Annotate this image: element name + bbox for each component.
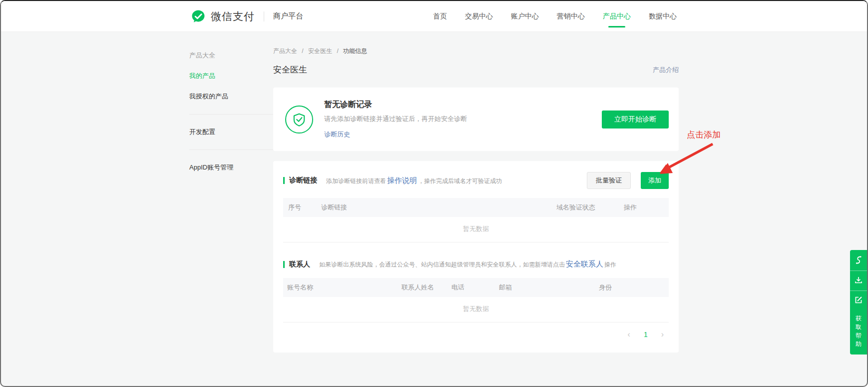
col-email: 邮箱: [499, 283, 599, 292]
contacts-desc: 如果诊断出系统风险，会通过公众号、站内信通知超级管理员和安全联系人，如需新增请点…: [319, 260, 616, 269]
diagnosis-empty-subtitle: 请先添加诊断链接并通过验证后，再开始安全诊断: [324, 114, 467, 124]
contacts-header: 联系人 如果诊断出系统风险，会通过公众号、站内信通知超级管理员和安全联系人，如需…: [283, 260, 669, 269]
main-nav: 首页 交易中心 账户中心 营销中心 产品中心 数据中心: [433, 1, 677, 32]
col-serial: 序号: [283, 203, 321, 212]
diagnosis-history-link[interactable]: 诊断历史: [324, 130, 350, 139]
nav-product-center[interactable]: 产品中心: [603, 1, 631, 32]
feedback-icon[interactable]: [850, 290, 867, 310]
page-title: 安全医生: [273, 64, 307, 76]
col-link: 诊断链接: [321, 203, 556, 212]
diagnosis-links-table: 序号 诊断链接 域名验证状态 操作 暂无数据: [283, 198, 669, 242]
col-domain-status: 域名验证状态: [556, 203, 624, 212]
breadcrumb-separator: /: [302, 48, 303, 54]
breadcrumb-separator: /: [337, 48, 338, 54]
diagnosis-card: 暂无诊断记录 请先添加诊断链接并通过验证后，再开始安全诊断 诊断历史 立即开始诊…: [273, 88, 679, 151]
page-body: 产品大全 我的产品 我授权的产品 开发配置 AppID账号管理 产品大全 / 安…: [1, 32, 867, 352]
breadcrumb-all-products[interactable]: 产品大全: [273, 48, 297, 54]
product-intro-link[interactable]: 产品介绍: [653, 66, 679, 74]
section-accent-bar: [283, 261, 285, 268]
pagination-current-page[interactable]: 1: [644, 330, 648, 338]
sidebar-divider: [189, 150, 273, 150]
topbar: 微信支付 商户平台 首页 交易中心 账户中心 营销中心 产品中心 数据中心: [1, 1, 867, 32]
contacts-table-header: 账号名称 联系人姓名 电话 邮箱 身份: [283, 278, 669, 297]
diagnosis-links-title: 诊断链接: [289, 176, 317, 185]
diagnosis-card-text: 暂无诊断记录 请先添加诊断链接并通过验证后，再开始安全诊断 诊断历史: [324, 100, 467, 139]
sidebar: 产品大全 我的产品 我授权的产品 开发配置 AppID账号管理: [189, 32, 273, 352]
sidebar-divider: [189, 114, 273, 114]
pagination-prev-icon[interactable]: ‹: [628, 330, 630, 338]
batch-verify-button[interactable]: 批量验证: [587, 172, 631, 189]
detail-card: 诊断链接 添加诊断链接前请查看操作说明，操作完成后域名才可验证成功 批量验证 添…: [273, 161, 679, 352]
add-link-button[interactable]: 添加: [641, 172, 669, 189]
pagination-next-icon[interactable]: ›: [661, 330, 664, 338]
nav-data-center[interactable]: 数据中心: [649, 1, 677, 32]
brand: 微信支付 商户平台: [191, 9, 303, 24]
breadcrumb-security-doctor[interactable]: 安全医生: [308, 48, 332, 54]
breadcrumb-feature-info: 功能信息: [343, 48, 367, 54]
contacts-title: 联系人: [289, 260, 310, 269]
title-row: 安全医生 产品介绍: [273, 64, 679, 76]
nav-transaction-center[interactable]: 交易中心: [465, 1, 493, 32]
wechat-pay-logo-icon: [191, 9, 206, 24]
desc-prefix: 如果诊断出系统风险，会通过公众号、站内信通知超级管理员和安全联系人，如需新增请点…: [319, 261, 565, 268]
col-phone: 电话: [451, 283, 499, 292]
security-contact-link[interactable]: 安全联系人: [566, 260, 603, 268]
col-account-name: 账号名称: [283, 283, 402, 292]
section-accent-bar: [283, 177, 285, 184]
col-action: 操作: [624, 203, 669, 212]
links-table-empty: 暂无数据: [283, 217, 669, 242]
contacts-table-empty: 暂无数据: [283, 297, 669, 322]
nav-account-center[interactable]: 账户中心: [511, 1, 539, 32]
portal-label: 商户平台: [273, 12, 303, 21]
desc-suffix: 操作: [604, 261, 616, 268]
desc-suffix: ，操作完成后域名才可验证成功: [418, 178, 502, 184]
col-contact-name: 联系人姓名: [402, 283, 451, 292]
download-icon[interactable]: [850, 270, 867, 290]
col-identity: 身份: [599, 283, 669, 292]
brand-divider: [264, 12, 264, 22]
breadcrumb: 产品大全 / 安全医生 / 功能信息: [273, 47, 679, 56]
get-help-button[interactable]: 获取帮助: [855, 314, 862, 348]
contacts-table: 账号名称 联系人姓名 电话 邮箱 身份 暂无数据: [283, 278, 669, 322]
brand-name: 微信支付: [211, 10, 255, 24]
shield-check-icon: [285, 106, 313, 134]
help-floatbar: 获取帮助: [850, 250, 867, 354]
links-header-buttons: 批量验证 添加: [587, 172, 669, 189]
sidebar-item-my-products[interactable]: 我的产品: [189, 72, 273, 80]
diagnosis-empty-title: 暂无诊断记录: [324, 100, 467, 110]
main-content: 产品大全 / 安全医生 / 功能信息 安全医生 产品介绍 暂: [273, 32, 679, 352]
sidebar-item-all-products[interactable]: 产品大全: [189, 51, 273, 60]
operation-guide-link[interactable]: 操作说明: [387, 176, 417, 184]
sidebar-item-appid-management[interactable]: AppID账号管理: [189, 163, 273, 172]
sidebar-item-authorized-products[interactable]: 我授权的产品: [189, 92, 273, 101]
app-window: 微信支付 商户平台 首页 交易中心 账户中心 营销中心 产品中心 数据中心 产品…: [0, 0, 868, 387]
hotline-icon[interactable]: [850, 251, 867, 270]
nav-home[interactable]: 首页: [433, 1, 447, 32]
desc-prefix: 添加诊断链接前请查看: [326, 178, 386, 184]
diagnosis-links-desc: 添加诊断链接前请查看操作说明，操作完成后域名才可验证成功: [326, 176, 502, 186]
diagnosis-links-header: 诊断链接 添加诊断链接前请查看操作说明，操作完成后域名才可验证成功 批量验证 添…: [283, 172, 669, 189]
nav-marketing-center[interactable]: 营销中心: [557, 1, 585, 32]
start-diagnosis-button[interactable]: 立即开始诊断: [602, 110, 669, 128]
sidebar-item-dev-config[interactable]: 开发配置: [189, 128, 273, 136]
pagination: ‹ 1 ›: [283, 322, 669, 344]
links-table-header: 序号 诊断链接 域名验证状态 操作: [283, 198, 669, 217]
